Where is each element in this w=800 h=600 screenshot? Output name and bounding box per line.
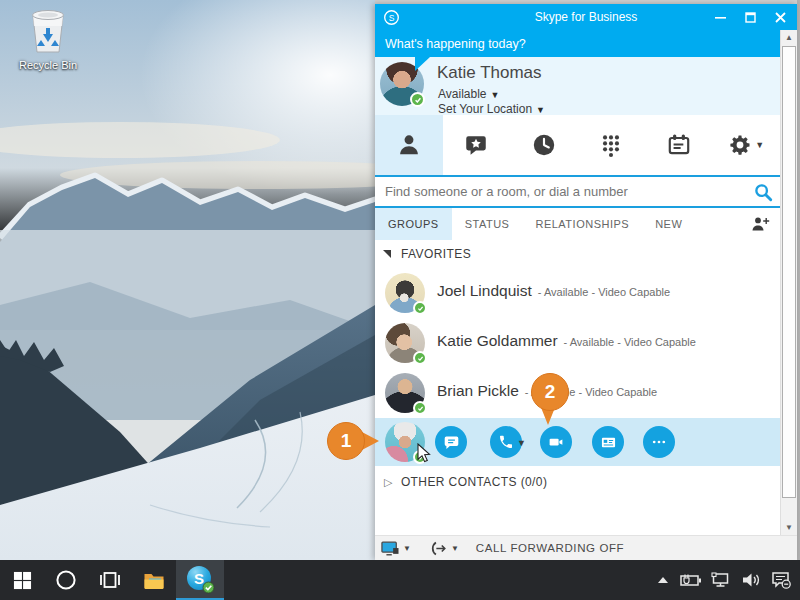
primary-device-button[interactable]: ▼ [375,536,416,560]
contact-card-button[interactable] [592,426,624,458]
group-favorites[interactable]: FAVORITES [375,240,780,268]
primary-device-icon [380,540,400,557]
search-button[interactable] [746,177,780,206]
scroll-thumb[interactable] [782,46,796,498]
cortana-icon [55,569,77,591]
avatar [385,273,425,313]
close-icon [775,12,786,23]
main-toolbar: ▼ [375,115,780,175]
meetings-icon [666,132,692,158]
cortana-button[interactable] [44,560,88,600]
call-options-chevron[interactable]: ▼ [517,438,526,448]
contact-status: - Available - Video Capable [564,336,696,348]
contact-row-katie[interactable]: Katie Goldammer- Available - Video Capab… [375,318,780,368]
action-center-icon [771,571,791,589]
maximize-button[interactable] [735,4,765,30]
dialpad-icon [598,132,624,158]
chat-icon [443,434,460,451]
battery-tray-button[interactable] [676,560,706,600]
contact-row-brian[interactable]: Brian Pickle- Available - Video Capable [375,368,780,418]
chevron-down-icon: ▼ [755,140,764,150]
options-button[interactable]: ▼ [713,115,781,175]
volume-icon [742,572,761,588]
contact-name: Joel Lindquist [437,282,532,299]
contact-row-hovered[interactable]: ▼ [375,418,780,466]
network-tray-button[interactable] [706,560,736,600]
contacts-icon [396,132,422,158]
more-options-button[interactable] [643,426,675,458]
maximize-icon [745,12,756,23]
group-favorites-label: FAVORITES [401,247,471,261]
recycle-bin-icon [27,6,69,54]
contact-status: - Available - Video Capable [538,286,670,298]
group-other-label: OTHER CONTACTS (0/0) [401,475,547,489]
add-contact-icon [751,216,770,232]
task-view-button[interactable] [88,560,132,600]
taskbar: S [0,560,800,600]
recycle-bin[interactable]: Recycle Bin [16,6,80,78]
desktop: Recycle Bin S Skype for Business [0,0,800,600]
add-contact-button[interactable] [740,208,780,240]
recycle-bin-label: Recycle Bin [16,59,80,71]
call-forwarding-button[interactable]: ▼ [424,536,464,560]
tab-new[interactable]: NEW [642,208,695,240]
search-input[interactable] [375,184,746,199]
hidden-icons-button[interactable] [650,560,676,600]
collapsed-triangle-icon: ▷ [384,476,393,489]
note-bubble-tail [415,57,430,71]
note-input[interactable]: What's happening today? [375,30,780,57]
status-dropdown[interactable]: Available▼ [438,87,499,101]
tab-relationships[interactable]: RELATIONSHIPS [522,208,642,240]
scroll-down-arrow[interactable]: ▼ [781,520,797,535]
expanded-triangle-icon [383,250,391,258]
call-icon [498,434,514,450]
chevron-down-icon: ▼ [451,544,459,553]
bottom-bar: ▼ ▼ CALL FORWARDING OFF [375,535,797,560]
system-tray [650,560,800,600]
volume-tray-button[interactable] [736,560,766,600]
tab-dialpad[interactable] [578,115,646,175]
svg-text:S: S [194,570,204,587]
skype-taskbar-button[interactable]: S [176,560,224,600]
close-button[interactable] [765,4,795,30]
tab-meetings[interactable] [645,115,713,175]
contact-card-icon [600,434,617,451]
network-icon [711,572,731,588]
presence-available-icon [410,92,425,107]
call-forwarding-icon [429,540,448,557]
chevron-down-icon: ▼ [490,90,499,100]
file-explorer-button[interactable] [132,560,176,600]
video-call-button[interactable] [540,426,572,458]
contact-list-empty-area [375,498,780,535]
scroll-up-arrow[interactable]: ▲ [781,30,797,45]
skype-for-business-window: S Skype for Business What's happening to… [375,4,797,560]
tab-status[interactable]: STATUS [452,208,523,240]
minimize-icon [715,12,726,23]
avatar [385,373,425,413]
tab-groups[interactable]: GROUPS [375,208,452,240]
profile-section: Katie Thomas Available▼ Set Your Locatio… [375,57,780,115]
group-other-contacts[interactable]: ▷ OTHER CONTACTS (0/0) [375,466,780,498]
location-dropdown[interactable]: Set Your Location▼ [438,102,545,116]
callout-step-2: 2 [531,373,569,411]
conversations-icon [463,132,489,158]
file-explorer-icon [143,571,165,590]
minimize-button[interactable] [705,4,735,30]
skype-taskbar-icon: S [185,564,215,594]
contact-row-joel[interactable]: Joel Lindquist- Available - Video Capabl… [375,268,780,318]
contact-name: Katie Goldammer [437,332,558,349]
start-button[interactable] [0,560,44,600]
history-icon [531,132,557,158]
chat-button[interactable] [435,426,467,458]
search-icon [753,182,773,202]
titlebar: S Skype for Business [375,4,797,30]
mouse-cursor [417,443,432,464]
profile-name: Katie Thomas [437,63,542,83]
tab-conversations[interactable] [443,115,511,175]
action-center-button[interactable] [766,560,796,600]
contact-list-tabs: GROUPS STATUS RELATIONSHIPS NEW [375,208,780,240]
tab-contacts[interactable] [375,115,443,175]
video-call-icon [547,433,565,451]
scrollbar[interactable]: ▲ ▼ [780,30,797,535]
tab-history[interactable] [510,115,578,175]
